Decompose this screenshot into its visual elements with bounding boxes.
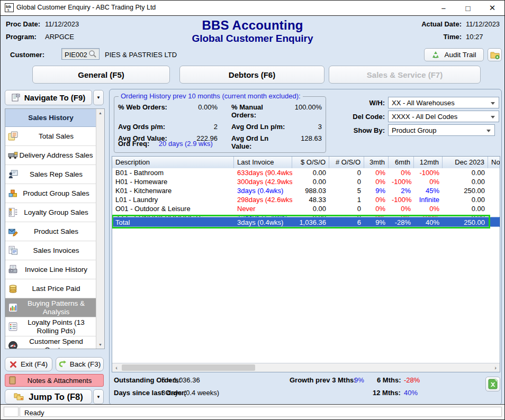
table-cell: 0% [389,168,414,177]
sidebar-item[interactable]: Sales Rep Sales [5,165,96,184]
column-header[interactable]: Description [112,157,234,168]
export-excel-button[interactable] [485,377,500,391]
sidebar-item[interactable]: Sales Invoices [5,241,96,260]
hscroll-thumb[interactable] [122,364,255,371]
notes-attachments-button[interactable]: Notes & Attachments [5,374,104,387]
table-cell: 3days (0.4wks) [234,186,292,195]
coins-icon [8,284,18,294]
maximize-button[interactable]: □ [456,1,480,15]
add-attachment-button[interactable] [488,48,502,61]
avg-ord-ln-value-label: Avg Ord Ln Value: [218,134,286,150]
gauge-icon [8,341,18,349]
customer-label: Customer: [10,51,44,59]
chevron-down-icon [491,102,495,105]
table-row[interactable]: B01 - Bathroom633days (90.4wks)0.0000%0%… [112,168,500,177]
sidebar-item-label: Product Group Sales [5,189,96,197]
table-header: DescriptionLast Invoice$ O/S/O# O/S/O3mt… [112,157,500,169]
loyalty-list-icon [8,322,18,332]
column-header[interactable]: 12mth [414,157,443,168]
days-since-value: 3 days (0.4 weeks) [161,389,219,397]
sidebar: Sales HistoryTotal SalesDelivery Address… [5,108,105,349]
table-row[interactable]: H01 - Homeware300days (42.9wks)0.0000%-1… [112,177,500,186]
ordering-history-panel: Ordering History prev 10 months (current… [114,96,326,153]
sidebar-scrollbar[interactable]: ▲ ▼ [96,109,104,349]
column-header[interactable]: 6mth [389,157,414,168]
audit-trail-button[interactable]: Audit Trail [424,48,484,61]
table-cell: 0% [389,204,414,213]
navigate-dropdown-arrow[interactable]: ▼ [93,90,104,105]
table-cell: -100% [389,177,414,186]
minimize-button[interactable]: − [431,1,456,15]
table-row[interactable]: L01 - Laundry298days (42.6wks)48.3310%-1… [112,195,500,204]
scroll-down-icon[interactable]: ▼ [96,341,104,349]
jump-to-button[interactable]: Jump To (F8) [5,389,92,404]
table-cell: 0% [364,195,389,204]
sidebar-item[interactable]: Delivery Address Sales [5,146,96,165]
table-row[interactable]: K01 - Kitchenware3days (0.4wks)988.0359%… [112,186,500,195]
scroll-right-icon[interactable]: › [491,363,500,372]
table-row[interactable]: O01 - Outdoor & LeisureNever0.0000%0%0%0… [112,204,500,213]
table-cell: 0 [329,168,364,177]
table-cell: Infinite [414,195,443,204]
app-logo-icon: bbs [5,3,14,12]
table-cell: -100% [414,168,443,177]
table-cell [488,204,500,213]
outstanding-orders-value: 5 = 1,036.36 [161,376,200,384]
folder-add-icon [490,51,500,59]
column-header[interactable]: $ O/S/O [292,157,329,168]
growth-12mths-value: 40% [404,389,418,397]
filters: W/H: XX - All Warehouses Del Code: XXXX … [353,97,499,136]
total-cell: 3days (0.4wks) [234,217,292,226]
svg-text:s: s [7,8,10,12]
column-header[interactable]: Nov 2023 [488,157,500,168]
app-window: bbs Global Customer Enquiry - ABC Tradin… [0,0,505,420]
total-row[interactable]: Total3days (0.4wks)1,036.3669%-28%40%250… [112,217,500,227]
back-button[interactable]: Back (F3) [56,357,104,371]
sidebar-item[interactable]: Customer Spend Quotas [5,336,96,349]
tab-general[interactable]: General (F5) [32,66,170,84]
table-hscrollbar[interactable]: ‹ › [112,363,500,372]
table-cell: 45% [414,186,443,195]
table-cell: 1 [329,195,364,204]
sidebar-item[interactable]: Buying Patterns & Analysis [5,298,96,317]
scroll-left-icon[interactable]: ‹ [112,363,121,372]
column-header[interactable]: # O/S/O [329,157,364,168]
jump-to-label: Jump To (F8) [29,392,83,402]
ord-freq-label: Ord Freq: [118,140,149,148]
table-body: B01 - Bathroom633days (90.4wks)0.0000%0%… [112,168,500,222]
table-cell: 633days (90.4wks) [234,168,292,177]
sidebar-item[interactable]: Loyalty Points (13 Rolling Pds) [5,317,96,336]
navigate-to-button[interactable]: Navigate To (F9) [5,90,92,105]
table-cell: 0% [414,177,443,186]
search-icon[interactable] [88,50,97,58]
close-button[interactable]: ✕ [480,1,504,15]
table-cell: 0.00 [292,204,329,213]
exit-button[interactable]: Exit (F4) [5,357,52,371]
sidebar-item[interactable]: Product Group Sales [5,184,96,203]
jump-dropdown-arrow[interactable]: ▼ [93,389,104,404]
manual-orders-value: 100.00% [286,103,322,119]
table-cell: 0.00 [292,177,329,186]
table-cell: 0.00 [292,168,329,177]
sidebar-item-label: Product Sales [5,227,96,235]
show-by-select[interactable]: Product Group [388,124,495,136]
sidebar-item[interactable]: Product Sales [5,222,96,241]
navigate-icon [12,94,20,102]
tab-debtors[interactable]: Debtors (F6) [179,66,324,84]
sidebar-item-label: Total Sales [5,132,96,140]
show-by-label: Show By: [353,126,385,134]
column-header[interactable]: Last Invoice [234,157,292,168]
table-cell: 300days (42.9wks) [234,177,292,186]
del-code-select[interactable]: XXXX - All Del Codes [388,111,499,122]
scroll-up-icon[interactable]: ▲ [96,109,104,117]
sidebar-item[interactable]: Total Sales [5,127,96,146]
sidebar-item[interactable]: Last Price Paid [5,279,96,298]
sidebar-item[interactable]: Invoice Line History [5,260,96,279]
column-header[interactable]: Dec 2023 [443,157,488,168]
sidebar-item-label: Invoice Line History [5,266,96,273]
sidebar-item[interactable]: Loyalty Group Sales [5,203,96,222]
table-body-wrap: B01 - Bathroom633days (90.4wks)0.0000%0%… [112,168,500,363]
column-header[interactable]: 3mth [364,157,389,168]
warehouse-select[interactable]: XX - All Warehouses [388,97,499,108]
warehouse-value: XX - All Warehouses [392,99,455,107]
